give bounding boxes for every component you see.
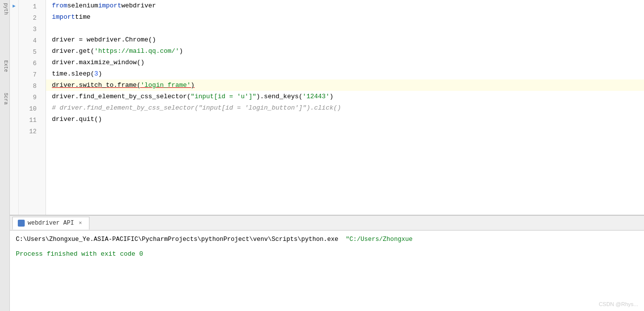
- num-3: 3: [94, 70, 98, 78]
- csdn-watermark: CSDN @Rhys...: [599, 301, 638, 307]
- bottom-panel: webdriver API × C:\Users\Zhongxue_Ye.ASI…: [10, 215, 644, 311]
- text-find-element: driver.find_element_by_css_selector(: [52, 93, 191, 100]
- line-num-2: 2: [19, 12, 41, 24]
- text-driver-chrome: driver = webdriver.Chrome(): [52, 36, 156, 43]
- collapsed-label-2[interactable]: Exte: [0, 57, 9, 75]
- str-css-selector: "input[id = 'u']": [191, 93, 257, 100]
- text-sendkeys-close: ): [330, 93, 334, 100]
- editor-wrapper: pyth Exte Scra ▶: [0, 0, 644, 311]
- code-line-2: import time: [46, 11, 644, 23]
- keyword-from: from: [52, 2, 67, 9]
- code-line-3: [46, 23, 644, 34]
- collapsed-label-1[interactable]: pyth: [0, 0, 9, 18]
- gutter-8: [10, 79, 18, 91]
- keyword-import: import: [98, 2, 122, 9]
- line-num-12: 12: [19, 126, 41, 137]
- gutter-4: [10, 34, 18, 45]
- terminal-content[interactable]: C:\Users\Zhongxue_Ye.ASIA-PACIFIC\Pychar…: [10, 231, 644, 311]
- code-line-1: from selenium import webdriver: [46, 0, 644, 11]
- gutter-2: [10, 11, 18, 23]
- code-line-5: driver.get('https://mail.qq.com/'): [46, 45, 644, 57]
- tab-close-button[interactable]: ×: [77, 220, 84, 227]
- line-num-10: 10: [19, 103, 41, 115]
- text-switch-to: driver.switch_to.frame(: [52, 81, 140, 89]
- line-num-8: 8: [19, 80, 41, 92]
- line-num-4: 4: [19, 35, 41, 46]
- text-driver-get: driver.get(: [52, 47, 94, 55]
- line-num-1: 1: [19, 1, 41, 12]
- left-collapsed-panel: pyth Exte Scra: [0, 0, 10, 311]
- line-num-6: 6: [19, 58, 41, 69]
- str-url: 'https://mail.qq.com/': [94, 47, 179, 55]
- code-lines[interactable]: from selenium import webdriver import ti…: [46, 0, 644, 215]
- text-send-keys: ).send_keys(: [256, 93, 302, 100]
- code-line-9: driver.find_element_by_css_selector("inp…: [46, 91, 644, 102]
- text-selenium: selenium: [67, 2, 98, 9]
- code-container: ▶ 1 2 3 4 5 6 7: [10, 0, 644, 215]
- tab-python-icon: [18, 220, 25, 227]
- gutter-column: ▶: [10, 0, 19, 215]
- gutter-7: [10, 68, 18, 79]
- text-close-paren: ): [179, 47, 183, 55]
- editor-area: ▶ 1 2 3 4 5 6 7: [10, 0, 644, 311]
- text-switch-close: ): [191, 81, 195, 89]
- gutter-9: [10, 91, 18, 102]
- line-num-9: 9: [19, 92, 41, 103]
- gutter-12: [10, 125, 18, 136]
- text-time: time: [75, 13, 90, 21]
- line-num-7: 7: [19, 69, 41, 80]
- line-num-5: 5: [19, 46, 41, 58]
- line-numbers: 1 2 3 4 5 6 7 8 9 10 11 12: [19, 0, 46, 215]
- gutter-5: [10, 45, 18, 57]
- comment-login-button: # driver.find_element_by_css_selector("i…: [52, 104, 341, 112]
- code-line-8: driver.switch_to.frame('login_frame'): [46, 79, 644, 91]
- code-line-4: driver = webdriver.Chrome(): [46, 34, 644, 45]
- bottom-tabs-bar: webdriver API ×: [10, 216, 644, 231]
- code-line-7: time.sleep(3): [46, 68, 644, 79]
- terminal-path-quoted: "C:/Users/Zhongxue: [346, 236, 413, 243]
- tab-label: webdriver API: [28, 220, 74, 227]
- code-line-6: driver.maximize_window(): [46, 57, 644, 68]
- code-line-10: # driver.find_element_by_css_selector("i…: [46, 102, 644, 114]
- code-line-11: driver.quit(): [46, 114, 644, 125]
- collapsed-label-3[interactable]: Scra: [0, 90, 9, 108]
- text-quit: driver.quit(): [52, 116, 102, 123]
- str-12443: '12443': [302, 93, 330, 100]
- gutter-1: ▶: [10, 0, 18, 11]
- process-finished-text: Process finished with exit code 0: [16, 250, 638, 258]
- str-login-frame: 'login_frame': [140, 81, 190, 89]
- line-num-3: 3: [19, 24, 41, 35]
- text-sleep: time.sleep(: [52, 70, 94, 78]
- keyword-import2: import: [52, 13, 75, 21]
- text-maximize: driver.maximize_window(): [52, 59, 144, 66]
- gutter-6: [10, 57, 18, 68]
- gutter-11: [10, 114, 18, 125]
- gutter-10: [10, 102, 18, 114]
- text-sleep-close: ): [98, 70, 102, 78]
- code-line-12: [46, 125, 644, 136]
- terminal-path-line: C:\Users\Zhongxue_Ye.ASIA-PACIFIC\Pychar…: [16, 234, 638, 244]
- text-webdriver: webdriver: [121, 2, 156, 9]
- gutter-3: [10, 23, 18, 34]
- webdriver-api-tab[interactable]: webdriver API ×: [12, 217, 89, 230]
- line-num-11: 11: [19, 115, 41, 126]
